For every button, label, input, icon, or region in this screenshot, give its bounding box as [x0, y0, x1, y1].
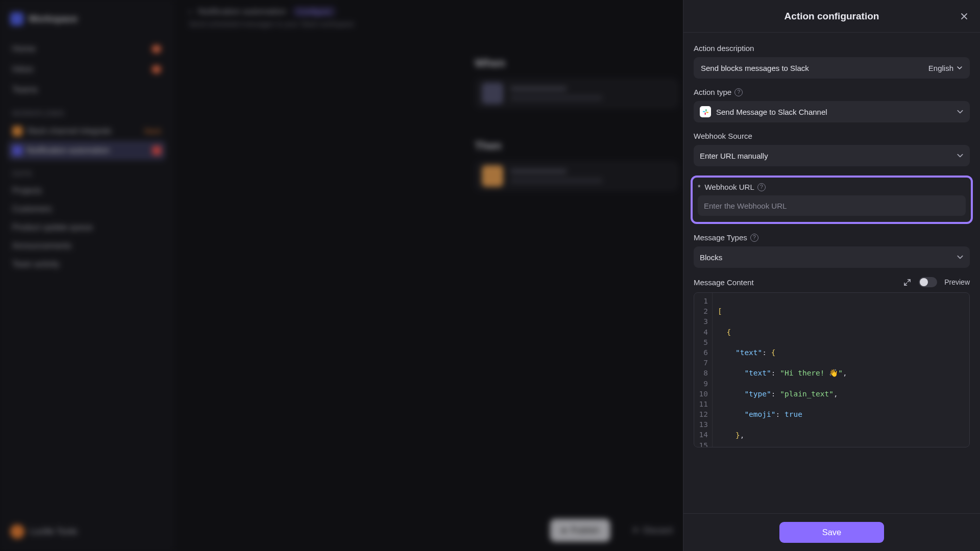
expand-button[interactable]: [902, 278, 912, 287]
field-action-type: Action type ? Send Message to Slack Chan…: [694, 88, 970, 122]
webhook-url-input[interactable]: [704, 202, 960, 210]
message-content-label: Message Content: [694, 278, 754, 287]
action-description-label: Action description: [694, 44, 970, 53]
action-type-select[interactable]: Send Message to Slack Channel: [694, 101, 970, 122]
action-description-row[interactable]: Send blocks messages to Slack English: [694, 57, 970, 79]
language-select[interactable]: English: [928, 64, 963, 72]
preview-toggle[interactable]: [919, 277, 937, 287]
help-icon[interactable]: ?: [734, 88, 743, 96]
close-button[interactable]: [958, 10, 971, 23]
action-type-label: Action type ?: [694, 88, 970, 96]
toggle-knob: [920, 278, 928, 286]
svg-rect-2: [704, 112, 705, 115]
svg-rect-1: [706, 112, 708, 113]
field-message-types: Message Types ? Blocks: [694, 233, 970, 268]
message-types-value: Blocks: [700, 253, 722, 262]
action-type-value: Send Message to Slack Channel: [716, 108, 827, 116]
chevron-down-icon: [957, 152, 964, 159]
field-webhook-source: Webhook Source Enter URL manually: [694, 132, 970, 166]
help-icon[interactable]: ?: [750, 234, 758, 242]
svg-rect-3: [705, 109, 706, 111]
code-content: [ { "text": { "text": "Hi there! 👋", "ty…: [713, 293, 969, 447]
webhook-url-label: * Webhook URL ?: [698, 183, 966, 191]
webhook-source-value: Enter URL manually: [700, 152, 768, 160]
panel-body: Action description Send blocks messages …: [683, 33, 980, 513]
svg-rect-0: [702, 111, 705, 112]
webhook-source-label: Webhook Source: [694, 132, 970, 140]
webhook-source-select[interactable]: Enter URL manually: [694, 145, 970, 166]
field-message-content: Message Content Preview 1234567891011121…: [694, 277, 970, 447]
slack-icon: [700, 106, 711, 117]
webhook-url-input-wrap: [698, 195, 966, 216]
field-webhook-url-highlighted: * Webhook URL ?: [691, 176, 973, 224]
panel-title: Action configuration: [785, 11, 879, 22]
chevron-down-icon: [957, 108, 964, 115]
action-config-panel: Action configuration Action description …: [683, 0, 980, 551]
expand-icon: [903, 279, 911, 286]
line-gutter: 123456789101112131415: [694, 293, 713, 447]
message-types-label: Message Types ?: [694, 233, 970, 242]
preview-label: Preview: [944, 278, 970, 286]
close-icon: [960, 12, 968, 20]
required-asterisk: *: [698, 183, 700, 191]
help-icon[interactable]: ?: [757, 183, 766, 191]
chevron-down-icon: [957, 65, 963, 71]
action-description-value: Send blocks messages to Slack: [701, 64, 809, 72]
save-button[interactable]: Save: [779, 522, 885, 543]
panel-footer: Save: [683, 513, 980, 551]
chevron-down-icon: [957, 254, 964, 261]
code-editor[interactable]: 123456789101112131415 [ { "text": { "tex…: [694, 292, 970, 447]
message-types-select[interactable]: Blocks: [694, 246, 970, 268]
panel-header: Action configuration: [683, 0, 980, 33]
language-value: English: [928, 64, 953, 72]
field-action-description: Action description Send blocks messages …: [694, 44, 970, 79]
